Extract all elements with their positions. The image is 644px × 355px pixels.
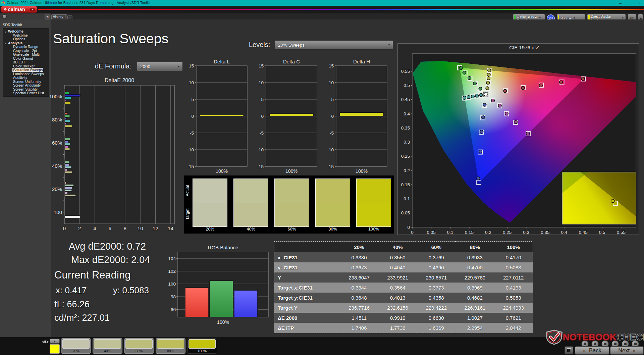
calman-logo-text: calman	[8, 7, 25, 12]
swatch-label: 40%	[233, 227, 268, 232]
table-row: Target Y236.7716232.6156229.4222226.9161…	[274, 303, 533, 313]
swatch-40%	[233, 179, 268, 227]
svg-text:0.1: 0.1	[447, 230, 453, 235]
table-row: x: CIE310.33300.35500.37690.39330.4170	[274, 252, 533, 262]
back-button[interactable]: « Back	[575, 346, 609, 355]
current-reading-title: Current Reading	[54, 269, 130, 281]
sidebar-item-color-gamut[interactable]: Color Gamut	[3, 57, 49, 61]
saturation-tile-20%[interactable]: 20%	[61, 338, 91, 354]
svg-text:Delta L: Delta L	[214, 60, 230, 64]
svg-text:0.35: 0.35	[401, 125, 410, 131]
sidebar-item-additivity[interactable]: Additivity	[3, 76, 49, 80]
svg-text:100: 100	[54, 209, 62, 215]
next-chevron-icon: »	[633, 348, 636, 353]
sidebar-item-welcome[interactable]: Welcome	[3, 34, 49, 38]
svg-text:-15: -15	[328, 164, 334, 169]
swatch-60%	[274, 179, 309, 227]
tree-group-welcome[interactable]: ◢Welcome	[3, 30, 49, 34]
svg-text:100%: 100%	[285, 168, 298, 174]
svg-text:5: 5	[261, 97, 264, 102]
sidebar-item-spectral-power-dist-[interactable]: Spectral Power Dist.	[3, 91, 49, 95]
tree-expanded-icon[interactable]: ◢	[5, 42, 6, 46]
calman-menu-button[interactable]: ❖ calman ▼	[1, 6, 37, 13]
svg-text:-10: -10	[328, 147, 334, 152]
preview-tile[interactable]: ▲	[50, 339, 60, 354]
table-row: Target y:CIE310.36480.40130.43580.46820.…	[274, 293, 533, 303]
sidebar-header: ◀	[0, 13, 51, 19]
chevron-down-icon[interactable]: ▼	[30, 8, 35, 11]
tree-expanded-icon[interactable]: ◢	[5, 30, 6, 34]
saturation-tile-40%[interactable]: 40%	[93, 338, 122, 354]
rgb-balance-chart: RGB Balance1041021009896100%	[164, 244, 272, 328]
sidebar-led-button[interactable]	[2, 14, 7, 19]
swatch-label: 20%	[193, 227, 227, 232]
svg-text:-5: -5	[190, 131, 194, 136]
svg-text:100%: 100%	[50, 94, 62, 99]
svg-text:0.4: 0.4	[404, 111, 410, 116]
svg-text:0: 0	[407, 225, 410, 230]
max-de2000: Max dE2000: 2.04	[71, 254, 150, 265]
svg-text:0: 0	[411, 230, 414, 235]
preview-color-swatch	[50, 344, 60, 354]
svg-text:100%: 100%	[217, 319, 229, 325]
svg-text:8: 8	[124, 225, 126, 231]
table-col-60%: 60%	[417, 242, 455, 253]
svg-text:0.25: 0.25	[503, 230, 512, 235]
app-bar: ❖ calman ▼	[0, 6, 644, 13]
svg-text:0.5: 0.5	[404, 83, 410, 88]
table-row: y: CIE310.36730.40400.43900.47000.5083	[274, 262, 533, 272]
svg-text:0.5: 0.5	[599, 230, 605, 235]
svg-text:0.2: 0.2	[404, 168, 410, 173]
svg-text:20%: 20%	[52, 186, 62, 192]
bottom-bar: ▲ 20%40%60%80%100% « Back Next »	[0, 337, 644, 355]
levels-select[interactable]: 20% Sweeps ▼	[275, 40, 393, 50]
stop-button[interactable]	[565, 346, 573, 354]
svg-text:10: 10	[329, 80, 334, 85]
sidebar-item-options[interactable]: Options	[3, 37, 49, 41]
tree-group-analysis[interactable]: ◢Analysis	[3, 41, 49, 45]
sidebar-item-screen-angularity[interactable]: Screen Angularity	[3, 84, 49, 88]
sidebar-item-3d-lut[interactable]: 3D LUT	[3, 60, 49, 64]
calman-app-window: Calman 2024 Calman Ultimate for Business…	[0, 0, 644, 355]
de-formula-label: dE Formula:	[95, 62, 131, 70]
minimize-button[interactable]: –	[620, 1, 622, 5]
svg-text:0: 0	[191, 114, 194, 119]
sidebar-item-dynamic-range[interactable]: Dynamic Range	[3, 45, 49, 49]
page-title: Saturation Sweeps	[53, 31, 168, 47]
sidebar-collapse-icon[interactable]: ◀	[45, 14, 50, 19]
sidebar-item-grayscale-multi[interactable]: Grayscale - Multi	[3, 53, 49, 57]
svg-text:DeltaE 2000: DeltaE 2000	[105, 78, 134, 83]
sidebar-item-saturation-sweeps[interactable]: Saturation Sweeps	[3, 68, 49, 72]
reading-fl: fL: 66.26	[54, 299, 90, 310]
actual-label: Actual	[185, 180, 191, 202]
table-row: ΔE 20001.45110.99100.66301.00270.7621	[274, 313, 533, 323]
svg-text:0.3: 0.3	[523, 230, 529, 235]
saturation-tile-100%[interactable]: 100%	[187, 338, 217, 354]
swatch-100%	[356, 179, 391, 227]
eye-icon[interactable]	[42, 339, 49, 345]
svg-text:0.55: 0.55	[617, 230, 626, 235]
svg-text:6: 6	[109, 225, 111, 231]
svg-text:Delta C: Delta C	[283, 60, 300, 64]
close-button[interactable]: ×	[639, 1, 641, 5]
chevron-down-icon: ▼	[388, 44, 390, 47]
reading-x: x: 0.417	[56, 285, 87, 296]
next-button[interactable]: Next »	[610, 346, 644, 355]
de-formula-select[interactable]: 2000 ▼	[137, 62, 183, 71]
up-arrow-icon[interactable]: ▲	[50, 339, 60, 344]
calman-app-icon	[1, 1, 5, 5]
saturation-tile-80%[interactable]: 80%	[156, 338, 185, 354]
svg-text:0.55: 0.55	[401, 69, 410, 74]
svg-text:104: 104	[168, 256, 176, 261]
maximize-button[interactable]: □	[629, 1, 631, 5]
svg-text:RGB Balance: RGB Balance	[208, 245, 238, 250]
chevron-down-icon: ▼	[622, 17, 624, 19]
svg-text:100%: 100%	[356, 168, 368, 174]
measurement-table: 20%40%60%80%100% x: CIE310.33300.35500.3…	[274, 241, 533, 333]
workflow-tree: ◢WelcomeWelcomeOptions◢AnalysisDynamic R…	[3, 28, 49, 97]
back-label: Back	[589, 347, 601, 354]
table-col-40%: 40%	[378, 242, 417, 253]
levels-label: Levels:	[249, 41, 270, 49]
saturation-tile-60%[interactable]: 60%	[124, 338, 154, 354]
svg-text:0.3: 0.3	[404, 140, 410, 145]
